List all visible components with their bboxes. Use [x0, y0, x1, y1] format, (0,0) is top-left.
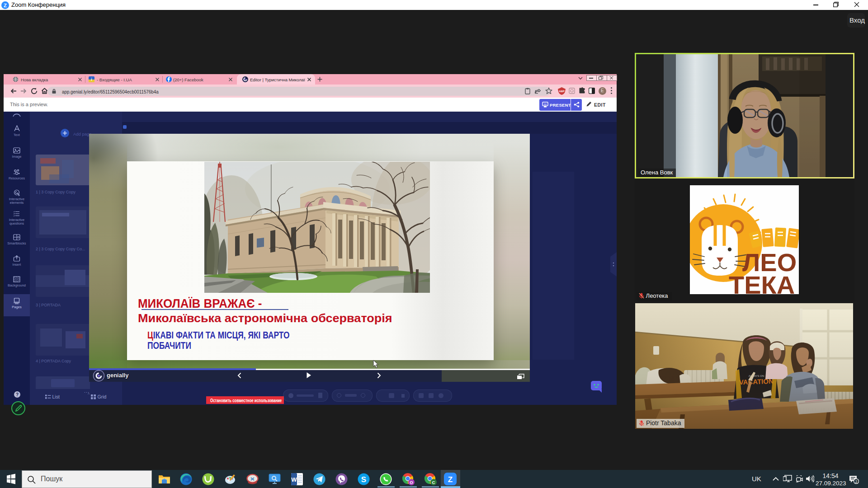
- svg-text:C: C: [432, 480, 435, 485]
- svg-text:Z: Z: [4, 3, 7, 8]
- svg-text:S: S: [361, 475, 366, 484]
- svg-text:W: W: [291, 476, 297, 483]
- svg-text:ABP: ABP: [559, 90, 565, 93]
- svg-text:O: O: [410, 480, 413, 485]
- svg-text:i: i: [91, 77, 92, 82]
- svg-text:ТЕКА: ТЕКА: [729, 271, 795, 294]
- svg-text:2: 2: [855, 479, 857, 484]
- svg-text:Z: Z: [448, 475, 453, 484]
